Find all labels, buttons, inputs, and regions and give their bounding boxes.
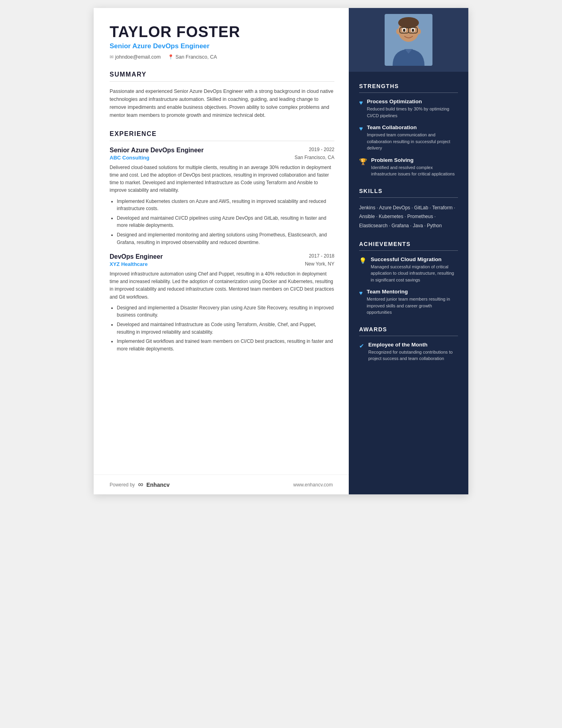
summary-text: Passionate and experienced Senior Azure … <box>110 87 334 119</box>
awards-section: AWARDS ✔ Employee of the Month Recognize… <box>359 326 458 362</box>
awards-divider <box>359 336 458 336</box>
job-2-company: XYZ Healthcare <box>110 261 147 267</box>
strength-3: 🏆 Problem Solving Identified and resolve… <box>359 157 458 177</box>
experience-section: EXPERIENCE Senior Azure DevOps Engineer … <box>110 130 334 353</box>
job-1-bullet-3: Designed and implemented monitoring and … <box>117 231 334 246</box>
achievement-2-name: Team Mentoring <box>367 289 458 295</box>
strength-3-content: Problem Solving Identified and resolved … <box>371 157 458 177</box>
left-col: SUMMARY Passionate and experienced Senio… <box>94 60 349 474</box>
email-text: johndoe@email.com <box>115 54 161 60</box>
job-1-bullets: Implemented Kubernetes clusters on Azure… <box>110 198 334 246</box>
svg-point-2 <box>398 17 419 28</box>
job-2: DevOps Engineer 2017 - 2018 XYZ Healthca… <box>110 253 334 352</box>
job-2-desc: Improved infrastructure automation using… <box>110 270 334 301</box>
strength-3-name: Problem Solving <box>371 157 458 163</box>
location-contact: 📍 San Francisco, CA <box>168 54 217 60</box>
candidate-name: TAYLOR FOSTER <box>110 24 334 41</box>
svg-point-7 <box>403 29 405 32</box>
achievement-2-content: Team Mentoring Mentored junior team memb… <box>367 289 458 316</box>
job-2-header: DevOps Engineer 2017 - 2018 <box>110 253 334 260</box>
footer-url: www.enhancv.com <box>293 482 333 488</box>
strength-3-desc: Identified and resolved complex infrastr… <box>371 164 458 177</box>
award-1-content: Employee of the Month Recognized for out… <box>368 342 458 362</box>
achievement-1-content: Successful Cloud Migration Managed succe… <box>371 256 458 283</box>
summary-title: SUMMARY <box>110 71 334 78</box>
contact-info: ✉ johndoe@email.com 📍 San Francisco, CA <box>110 54 334 60</box>
strength-2-content: Team Collaboration Improved team communi… <box>367 124 458 152</box>
strength-2-icon: ♥ <box>359 125 363 152</box>
strength-1-content: Process Optimization Reduced build times… <box>367 98 458 119</box>
job-2-bullet-2: Developed and maintained Infrastructure … <box>117 321 334 336</box>
strength-2-desc: Improved team communication and collabor… <box>367 132 458 152</box>
job-1-header: Senior Azure DevOps Engineer 2019 - 2022 <box>110 147 334 154</box>
skills-text: Jenkins · Azure DevOps · GitLab · Terraf… <box>359 203 458 230</box>
skills-section: SKILLS Jenkins · Azure DevOps · GitLab ·… <box>359 188 458 230</box>
footer-left: Powered by ∞ Enhancv <box>110 480 170 489</box>
achievement-1: 💡 Successful Cloud Migration Managed suc… <box>359 256 458 283</box>
location-icon: 📍 <box>168 54 174 60</box>
strength-2-name: Team Collaboration <box>367 124 458 130</box>
powered-by-text: Powered by <box>110 482 135 488</box>
footer: Powered by ∞ Enhancv www.enhancv.com <box>94 474 349 494</box>
job-2-title: DevOps Engineer <box>110 253 163 260</box>
email-contact: ✉ johndoe@email.com <box>110 54 161 60</box>
job-1-company: ABC Consulting <box>110 155 149 161</box>
photo-area <box>349 8 468 72</box>
job-1-bullet-1: Implemented Kubernetes clusters on Azure… <box>117 198 334 212</box>
job-1-dates: 2019 - 2022 <box>309 147 334 152</box>
summary-section: SUMMARY Passionate and experienced Senio… <box>110 71 334 119</box>
achievement-2-desc: Mentored junior team members resulting i… <box>367 296 458 316</box>
achievement-2-icon: ♥ <box>359 289 363 316</box>
award-1: ✔ Employee of the Month Recognized for o… <box>359 342 458 362</box>
strength-3-icon: 🏆 <box>359 158 367 177</box>
achievement-1-name: Successful Cloud Migration <box>371 256 458 262</box>
strengths-section: STRENGTHS ♥ Process Optimization Reduced… <box>359 83 458 177</box>
strength-2: ♥ Team Collaboration Improved team commu… <box>359 124 458 152</box>
job-2-bullet-3: Implemented Git workflows and trained te… <box>117 338 334 352</box>
job-1: Senior Azure DevOps Engineer 2019 - 2022… <box>110 147 334 246</box>
job-2-bullet-1: Designed and implemented a Disaster Reco… <box>117 304 334 319</box>
job-2-dates: 2017 - 2018 <box>309 253 334 259</box>
award-1-desc: Recognized for outstanding contributions… <box>368 349 458 362</box>
email-icon: ✉ <box>110 54 114 60</box>
location-text: San Francisco, CA <box>175 54 217 60</box>
skills-divider <box>359 197 458 198</box>
footer-brand: Enhancv <box>146 482 169 488</box>
achievements-section: ACHIEVEMENTS 💡 Successful Cloud Migratio… <box>359 241 458 316</box>
svg-point-8 <box>412 29 414 32</box>
job-2-company-row: XYZ Healthcare New York, NY <box>110 261 334 267</box>
summary-divider <box>110 81 334 82</box>
candidate-title: Senior Azure DevOps Engineer <box>110 42 334 50</box>
awards-title: AWARDS <box>359 326 458 333</box>
job-1-company-row: ABC Consulting San Francisco, CA <box>110 155 334 161</box>
main-content: TAYLOR FOSTER Senior Azure DevOps Engine… <box>94 8 349 494</box>
achievement-1-icon: 💡 <box>359 257 367 283</box>
job-1-desc: Delivered cloud-based solutions for mult… <box>110 164 334 195</box>
experience-title: EXPERIENCE <box>110 130 334 138</box>
strength-1: ♥ Process Optimization Reduced build tim… <box>359 98 458 119</box>
strength-1-icon: ♥ <box>359 99 363 119</box>
achievements-divider <box>359 250 458 251</box>
strengths-title: STRENGTHS <box>359 83 458 89</box>
strengths-divider <box>359 92 458 93</box>
job-2-bullets: Designed and implemented a Disaster Reco… <box>110 304 334 353</box>
award-1-name: Employee of the Month <box>368 342 458 348</box>
job-2-location: New York, NY <box>305 261 334 267</box>
resume-container: TAYLOR FOSTER Senior Azure DevOps Engine… <box>94 8 468 494</box>
header-section: TAYLOR FOSTER Senior Azure DevOps Engine… <box>94 8 349 60</box>
experience-divider <box>110 141 334 141</box>
profile-photo <box>385 14 432 66</box>
right-content: STRENGTHS ♥ Process Optimization Reduced… <box>349 72 468 384</box>
job-1-bullet-2: Developed and maintained CI/CD pipelines… <box>117 214 334 229</box>
award-1-icon: ✔ <box>359 342 364 362</box>
skills-title: SKILLS <box>359 188 458 194</box>
achievement-1-desc: Managed successful migration of critical… <box>371 264 458 283</box>
enhancv-logo-icon: ∞ <box>138 480 143 489</box>
job-1-title: Senior Azure DevOps Engineer <box>110 147 204 154</box>
strength-1-name: Process Optimization <box>367 98 458 104</box>
achievement-2: ♥ Team Mentoring Mentored junior team me… <box>359 289 458 316</box>
strength-1-desc: Reduced build times by 30% by optimizing… <box>367 106 458 119</box>
right-col: STRENGTHS ♥ Process Optimization Reduced… <box>349 8 468 494</box>
achievements-title: ACHIEVEMENTS <box>359 241 458 247</box>
job-1-location: San Francisco, CA <box>295 155 334 161</box>
